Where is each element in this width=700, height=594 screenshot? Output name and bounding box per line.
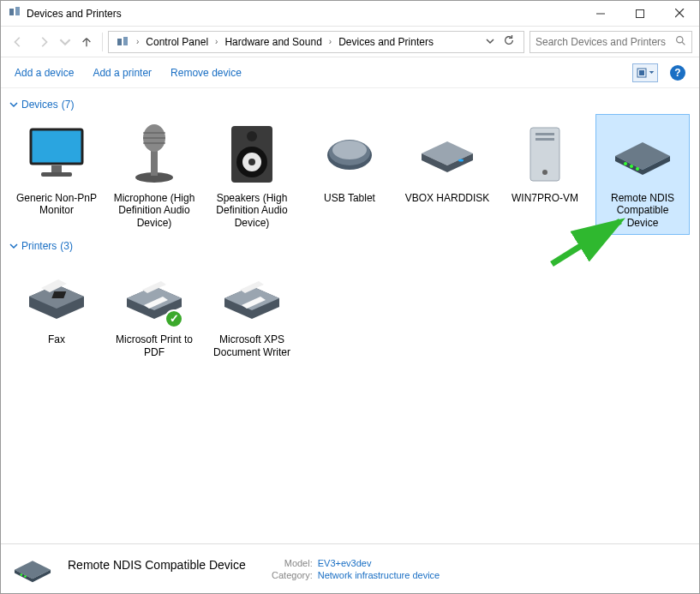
minimize-button[interactable] — [581, 1, 620, 27]
close-button[interactable] — [660, 1, 699, 27]
svg-rect-32 — [535, 138, 554, 141]
details-name: Remote NDIS Compatible Device — [68, 558, 246, 572]
device-label: Speakers (High Definition Audio Device) — [209, 192, 295, 229]
chevron-down-icon — [9, 242, 18, 250]
svg-rect-0 — [9, 9, 14, 15]
details-prop-key: Model: — [261, 558, 313, 568]
breadcrumb[interactable]: › Control Panel › Hardware and Sound › D… — [108, 31, 524, 53]
device-label: USB Tablet — [324, 192, 375, 204]
device-label: Generic Non-PnP Monitor — [14, 192, 99, 217]
svg-rect-3 — [637, 9, 644, 17]
svg-point-27 — [332, 141, 367, 159]
svg-rect-37 — [51, 291, 66, 298]
svg-point-35 — [630, 165, 633, 168]
device-label: Remote NDIS Compatible Device — [600, 192, 685, 229]
svg-point-34 — [624, 162, 627, 165]
breadcrumb-item[interactable]: Hardware and Sound — [219, 34, 326, 50]
svg-point-33 — [542, 170, 547, 175]
network-device-icon — [608, 122, 677, 189]
printer-item[interactable]: Microsoft XPS Document Writer — [205, 255, 299, 364]
svg-rect-14 — [51, 165, 62, 172]
breadcrumb-item[interactable]: Devices and Printers — [333, 34, 439, 50]
up-button[interactable] — [76, 32, 97, 52]
svg-rect-15 — [41, 172, 72, 177]
breadcrumb-root-icon[interactable] — [111, 33, 135, 51]
device-item[interactable]: USB Tablet — [302, 114, 397, 235]
details-prop-val: Network infrastructure device — [318, 570, 440, 580]
refresh-button[interactable] — [500, 33, 518, 51]
group-header-devices[interactable]: Devices (7) — [9, 93, 691, 114]
svg-line-9 — [682, 42, 685, 45]
svg-point-28 — [458, 159, 464, 162]
device-item[interactable]: VBOX HARDDISK — [400, 114, 494, 235]
computer-icon — [511, 122, 579, 189]
chevron-down-icon — [9, 100, 18, 109]
recent-dropdown[interactable] — [59, 32, 71, 52]
group-header-printers[interactable]: Printers (3) — [9, 235, 691, 255]
mouse-icon — [315, 122, 384, 189]
printer-label: Fax — [48, 333, 65, 345]
printers-items: Fax ✓ Microsoft Print to PDF — [9, 255, 691, 364]
device-item[interactable]: WIN7PRO-VM — [498, 114, 592, 235]
view-options-button[interactable] — [632, 63, 658, 82]
svg-rect-17 — [151, 150, 158, 176]
device-item[interactable]: Remote NDIS Compatible Device — [595, 114, 690, 235]
details-thumb — [9, 550, 56, 588]
svg-point-39 — [21, 573, 23, 576]
svg-rect-6 — [117, 39, 122, 45]
help-button[interactable]: ? — [670, 65, 685, 81]
window-title: Devices and Printers — [27, 8, 122, 20]
search-input[interactable] — [529, 31, 692, 53]
printer-item[interactable]: Fax — [9, 255, 104, 364]
printer-label: Microsoft Print to PDF — [111, 333, 197, 358]
separator — [102, 33, 103, 51]
details-prop-val: EV3+ev3dev — [318, 558, 372, 568]
back-button[interactable] — [8, 32, 28, 52]
printer-label: Microsoft XPS Document Writer — [209, 333, 295, 358]
device-item[interactable]: Microphone (High Definition Audio Device… — [107, 114, 201, 235]
add-device-button[interactable]: Add a device — [15, 67, 74, 79]
chevron-right-icon[interactable]: › — [327, 37, 333, 46]
history-dropdown[interactable] — [482, 34, 498, 50]
titlebar: Devices and Printers — [1, 1, 699, 27]
maximize-button[interactable] — [620, 1, 660, 27]
group-count: (3) — [60, 240, 73, 252]
svg-point-23 — [248, 159, 255, 165]
printer-item[interactable]: ✓ Microsoft Print to PDF — [107, 255, 201, 364]
svg-point-40 — [24, 575, 27, 578]
svg-point-36 — [636, 167, 639, 171]
remove-device-button[interactable]: Remove device — [171, 67, 242, 79]
group-name: Devices — [21, 99, 58, 111]
search-field[interactable] — [535, 36, 672, 48]
content-area: Devices (7) Generic Non-PnP Monitor — [1, 88, 699, 543]
svg-rect-1 — [15, 7, 20, 15]
window-icon — [8, 5, 21, 21]
svg-rect-7 — [123, 37, 128, 45]
details-pane: Remote NDIS Compatible Device Model: EV3… — [1, 543, 699, 593]
svg-rect-12 — [31, 129, 82, 164]
microphone-icon — [120, 122, 188, 189]
device-item[interactable]: Generic Non-PnP Monitor — [9, 114, 104, 235]
svg-point-24 — [247, 131, 257, 141]
svg-rect-31 — [535, 133, 554, 135]
svg-rect-11 — [639, 70, 644, 75]
forward-button[interactable] — [33, 32, 54, 52]
printer-icon — [218, 263, 286, 330]
devices-items: Generic Non-PnP Monitor Microphone (High… — [9, 114, 691, 235]
group-count: (7) — [62, 99, 75, 111]
search-icon[interactable] — [675, 35, 686, 49]
navbar: › Control Panel › Hardware and Sound › D… — [1, 27, 699, 57]
device-label: VBOX HARDDISK — [405, 192, 490, 204]
printer-icon: ✓ — [120, 263, 188, 330]
breadcrumb-item[interactable]: Control Panel — [141, 34, 213, 50]
speaker-icon — [218, 122, 286, 189]
monitor-icon — [22, 122, 91, 189]
add-printer-button[interactable]: Add a printer — [93, 67, 152, 79]
chevron-right-icon[interactable]: › — [213, 37, 219, 46]
group-name: Printers — [21, 240, 57, 252]
default-check-badge: ✓ — [165, 309, 183, 328]
chevron-right-icon[interactable]: › — [135, 37, 141, 46]
device-item[interactable]: Speakers (High Definition Audio Device) — [205, 114, 299, 235]
harddisk-icon — [413, 122, 482, 189]
device-label: WIN7PRO-VM — [512, 192, 578, 204]
